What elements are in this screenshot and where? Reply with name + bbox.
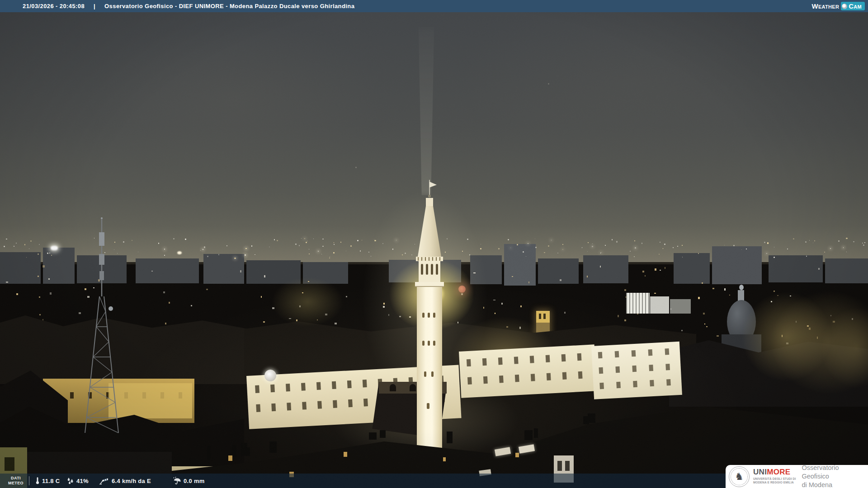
city-light	[682, 245, 683, 246]
humidity-value: 41%	[76, 474, 89, 488]
facade-window	[256, 404, 260, 412]
white-building	[591, 342, 682, 399]
lit-tree	[821, 307, 868, 389]
badge-divider	[29, 476, 29, 485]
timestamp: 21/03/2026 - 20:45:08	[23, 3, 85, 9]
facade-window	[561, 354, 566, 361]
observatory-name: Osservatorio Geofisico di Modena	[802, 464, 868, 488]
facade-window	[483, 376, 488, 384]
chimney-vent	[557, 461, 562, 471]
city-light	[6, 239, 7, 240]
weathercam-logo[interactable]: Weather Cam	[811, 2, 865, 10]
unimore-sub2: MODENA E REGGIO EMILIA	[753, 481, 796, 484]
facade-window	[255, 385, 259, 393]
city-light	[582, 247, 582, 248]
unimore-logo: UNIMORE UNIVERSITÀ DEGLI STUDI DI MODENA…	[753, 468, 796, 484]
facade-window	[514, 357, 519, 364]
distant-building	[0, 252, 41, 284]
city-light	[764, 242, 765, 243]
facade-window	[599, 383, 604, 389]
dati-meteo-badge[interactable]: DATI METEO	[4, 474, 28, 488]
city-light	[234, 258, 236, 259]
city-light	[334, 242, 334, 243]
city-light	[322, 239, 323, 239]
city-light	[864, 242, 865, 243]
bright-light	[177, 251, 182, 254]
city-light	[251, 245, 252, 246]
facade-window	[347, 380, 352, 388]
facade-window	[546, 355, 550, 362]
observatory-line1: Osservatorio Geofisico	[802, 464, 868, 481]
lit-window	[818, 268, 820, 270]
lit-window	[660, 270, 661, 271]
facade-window	[467, 377, 472, 385]
city-light	[164, 255, 165, 255]
city-light	[616, 241, 618, 242]
facade-window	[515, 375, 519, 382]
city-light	[330, 257, 330, 257]
facade-window	[599, 367, 603, 374]
lit-window	[600, 266, 601, 267]
city-light	[838, 240, 840, 242]
city-light	[207, 256, 208, 257]
unimore-crest-icon: ♞	[729, 466, 750, 487]
city-light	[39, 244, 40, 245]
city-light	[853, 241, 854, 242]
observatory-line2: di Modena	[802, 481, 868, 488]
facade-window	[498, 357, 503, 365]
distant-building	[674, 253, 710, 284]
city-light	[245, 248, 246, 249]
facade-window	[648, 349, 653, 356]
city-light	[830, 248, 831, 249]
facade-window	[650, 380, 654, 386]
facade-window	[482, 358, 487, 366]
city-light	[544, 252, 545, 253]
city-light	[592, 246, 593, 247]
distant-building	[712, 246, 762, 284]
facade-window	[286, 384, 290, 391]
sky-haze	[86, 23, 384, 176]
city-light	[164, 249, 165, 249]
palazzo-facade-wing	[459, 344, 597, 398]
chimney	[534, 428, 538, 438]
facade-window	[649, 365, 653, 371]
facade-window	[301, 383, 306, 390]
city-light	[523, 251, 524, 253]
city-light	[612, 239, 613, 240]
facade-window	[271, 404, 276, 411]
chimney	[380, 430, 386, 438]
city-light	[295, 244, 297, 245]
city-light	[767, 242, 769, 244]
badge-line2: METEO	[8, 481, 24, 486]
chimney	[232, 445, 236, 457]
star	[548, 83, 549, 84]
unimore-prefix: UNI	[753, 468, 767, 476]
lit-roof-window	[344, 452, 347, 457]
unimore-suffix: MORE	[767, 468, 790, 476]
chimney-vent	[565, 461, 570, 471]
distant-building	[583, 255, 628, 283]
facade-window	[316, 382, 321, 389]
branding-card[interactable]: ♞ UNIMORE UNIVERSITÀ DEGLI STUDI DI MODE…	[726, 465, 868, 488]
rain-value: 0.0 mm	[184, 474, 205, 488]
lit-window	[16, 293, 18, 295]
lit-window	[642, 271, 645, 272]
facade-window	[287, 403, 291, 410]
wind-value: 6.4 km/h da E	[112, 474, 151, 488]
city-light	[824, 252, 825, 253]
city-light	[605, 245, 606, 246]
lit-window	[512, 276, 514, 277]
facade-window	[348, 399, 353, 407]
facade-window	[616, 382, 621, 388]
facade-window	[632, 366, 637, 372]
city-light	[517, 244, 518, 245]
badge-line1: DATI	[11, 476, 21, 481]
chimney	[583, 416, 589, 424]
header-bar: 21/03/2026 - 20:45:08 | Osservatorio Geo…	[0, 0, 868, 12]
chimney	[369, 432, 377, 439]
facade-window	[317, 401, 322, 408]
facade-window	[499, 375, 504, 383]
distant-building	[136, 258, 199, 283]
lit-window	[645, 275, 646, 276]
city-light	[498, 248, 500, 249]
